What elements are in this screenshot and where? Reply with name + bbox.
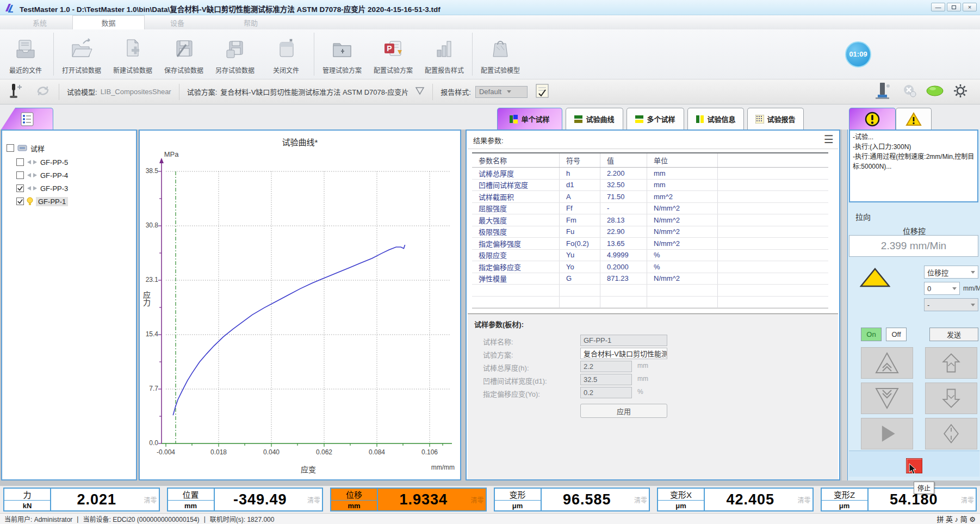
off-button[interactable]: Off bbox=[886, 328, 907, 341]
tree-item[interactable]: GF-PP-5 bbox=[16, 157, 68, 168]
connect-plug-icon[interactable] bbox=[8, 83, 26, 101]
ime-toolbar[interactable]: 拼 英 ♪ 简 ⚙ bbox=[936, 514, 976, 524]
table-row[interactable]: 极限强度Fu22.90N/mm^2 bbox=[472, 226, 828, 238]
table-row[interactable]: 最大强度Fm28.13N/mm^2 bbox=[472, 214, 828, 226]
table-row[interactable]: 凹槽间试样宽度d132.50mm bbox=[472, 180, 828, 192]
refresh-icon[interactable] bbox=[35, 84, 51, 100]
config-report-button[interactable]: 配置报告样式 bbox=[419, 29, 470, 79]
return-center-button[interactable] bbox=[925, 418, 977, 449]
specimen-name-field[interactable]: GF-PP-1 bbox=[580, 335, 667, 346]
close-button[interactable]: × bbox=[963, 3, 977, 11]
menu-tab-help[interactable]: 帮助 bbox=[234, 15, 268, 29]
col-symbol[interactable]: 符号 bbox=[560, 153, 600, 167]
tab-test-curve[interactable]: 试验曲线 bbox=[566, 108, 623, 130]
checkbox[interactable] bbox=[16, 158, 24, 166]
zero-button[interactable]: 清零 bbox=[306, 489, 322, 510]
channel-position: 位置mm -349.49 清零 bbox=[167, 488, 324, 511]
zero-button[interactable]: 清零 bbox=[796, 489, 812, 510]
channel-unit: kN bbox=[4, 501, 50, 510]
checkbox[interactable] bbox=[16, 184, 24, 192]
col-param-name[interactable]: 参数名称 bbox=[472, 153, 560, 167]
report-preview-icon[interactable] bbox=[535, 83, 549, 101]
table-row[interactable]: 弹性模量G871.23N/mm^2 bbox=[472, 273, 828, 285]
scheme-filter-icon[interactable] bbox=[415, 87, 425, 97]
on-button[interactable]: On bbox=[861, 328, 882, 341]
tab-test-report[interactable]: 试验报告 bbox=[747, 108, 804, 130]
save-as-data-button[interactable]: 另存试验数据 bbox=[209, 29, 260, 79]
toolbar-separator bbox=[314, 33, 314, 76]
channel-unit: mm bbox=[168, 501, 214, 510]
multi-specimen-icon bbox=[635, 115, 644, 124]
tab-test-info[interactable]: 试验信息 bbox=[687, 108, 744, 130]
zero-button[interactable]: 清零 bbox=[469, 489, 486, 510]
config-model-button[interactable]: 配置试验模型 bbox=[475, 29, 526, 79]
checkbox[interactable] bbox=[7, 144, 14, 152]
tree-item-selected[interactable]: GF-PP-1 bbox=[16, 196, 68, 207]
offset-strain-field[interactable]: 0.2 bbox=[580, 387, 632, 398]
warning-icon bbox=[905, 112, 922, 126]
device-column-icon[interactable] bbox=[872, 82, 892, 102]
tree-item[interactable]: GF-PP-3 bbox=[16, 183, 68, 194]
tree-root-row[interactable]: 试样 bbox=[7, 143, 45, 153]
minimize-button[interactable]: — bbox=[931, 3, 945, 11]
open-data-label: 打开试验数据 bbox=[62, 65, 101, 75]
move-down-button[interactable] bbox=[925, 383, 977, 414]
panel-menu-icon[interactable]: ☰ bbox=[824, 134, 834, 145]
direction-triangle-icon bbox=[860, 267, 890, 288]
checkbox[interactable] bbox=[16, 171, 24, 179]
aux-select[interactable]: - bbox=[924, 298, 978, 311]
panel-splitter[interactable] bbox=[842, 130, 847, 480]
col-value[interactable]: 值 bbox=[600, 153, 647, 167]
table-row[interactable]: 极限应变Yu4.9999% bbox=[472, 250, 828, 262]
manage-scheme-button[interactable]: 管理试验方案 bbox=[317, 29, 368, 79]
config-scheme-button[interactable]: P 配置试验方案 bbox=[368, 29, 419, 79]
table-row[interactable]: 指定偏移应变Yo0.2000% bbox=[472, 261, 828, 273]
checkbox[interactable] bbox=[16, 198, 24, 205]
apply-button[interactable]: 应用 bbox=[580, 404, 667, 418]
mode-select[interactable]: 位移控 bbox=[924, 266, 978, 279]
run-button[interactable] bbox=[861, 418, 913, 449]
x-tick: -0.004 bbox=[151, 448, 181, 456]
send-button[interactable]: 发送 bbox=[929, 328, 978, 341]
zero-button[interactable]: 清零 bbox=[632, 489, 649, 510]
table-row[interactable]: 试棒总厚度h2.200mm bbox=[472, 168, 828, 180]
tree-item[interactable]: GF-PP-4 bbox=[16, 170, 68, 181]
move-up-button[interactable] bbox=[925, 347, 977, 379]
width-field[interactable]: 32.5 bbox=[580, 374, 632, 385]
x-tick: 0.018 bbox=[203, 448, 234, 456]
table-row[interactable]: 试样截面积A71.50mm^2 bbox=[472, 191, 828, 203]
jog-down-fast-button[interactable] bbox=[861, 383, 913, 414]
disconnect-icon[interactable] bbox=[902, 83, 918, 101]
col-unit[interactable]: 单位 bbox=[647, 153, 718, 167]
thickness-field[interactable]: 2.2 bbox=[580, 361, 632, 372]
recent-files-button[interactable]: 最近的文件 bbox=[0, 29, 51, 79]
tab-multi-specimen[interactable]: 多个试样 bbox=[627, 108, 684, 130]
channel-name: 位移 bbox=[331, 489, 377, 501]
zero-button[interactable]: 清零 bbox=[959, 489, 976, 510]
jog-up-fast-button[interactable] bbox=[861, 347, 913, 379]
target-value: 0 bbox=[927, 285, 931, 293]
gear-icon[interactable] bbox=[953, 83, 968, 101]
table-row[interactable]: 指定偏移强度Fo(0.2)13.65N/mm^2 bbox=[472, 238, 828, 250]
message-log[interactable]: -试验... -执行:(入口力:300N) -执行:通用过程(控制速度:2mm/… bbox=[849, 130, 978, 202]
close-file-button[interactable]: 关闭文件 bbox=[260, 29, 312, 79]
menu-tab-device[interactable]: 设备 bbox=[158, 15, 197, 29]
target-value-select[interactable]: 0 bbox=[924, 282, 960, 295]
tab-warnings[interactable] bbox=[896, 108, 932, 130]
menu-tab-data[interactable]: 数据 bbox=[72, 15, 145, 29]
menu-tab-system[interactable]: 系统 bbox=[22, 15, 58, 29]
save-floppy-icon bbox=[173, 33, 195, 65]
open-data-button[interactable]: 打开试验数据 bbox=[56, 29, 107, 79]
scheme-field[interactable]: 复合材料-V缺口剪切性能测 bbox=[580, 348, 667, 359]
field-unit: mm bbox=[637, 375, 648, 383]
new-data-button[interactable]: 新建试验数据 bbox=[107, 29, 158, 79]
tab-alerts[interactable] bbox=[849, 108, 896, 130]
table-row[interactable]: 屈服强度Ff-N/mm^2 bbox=[472, 203, 828, 215]
channel-force: 力kN 2.021 清零 bbox=[3, 488, 160, 511]
current-device: 当前设备: EDCi20 (0000000000000154) bbox=[83, 514, 199, 523]
maximize-button[interactable] bbox=[947, 3, 961, 11]
save-data-button[interactable]: 保存试验数据 bbox=[158, 29, 209, 79]
tab-single-specimen[interactable]: 单个试样 bbox=[497, 108, 562, 130]
report-style-select[interactable]: Default bbox=[475, 86, 528, 98]
zero-button[interactable]: 清零 bbox=[142, 489, 159, 510]
